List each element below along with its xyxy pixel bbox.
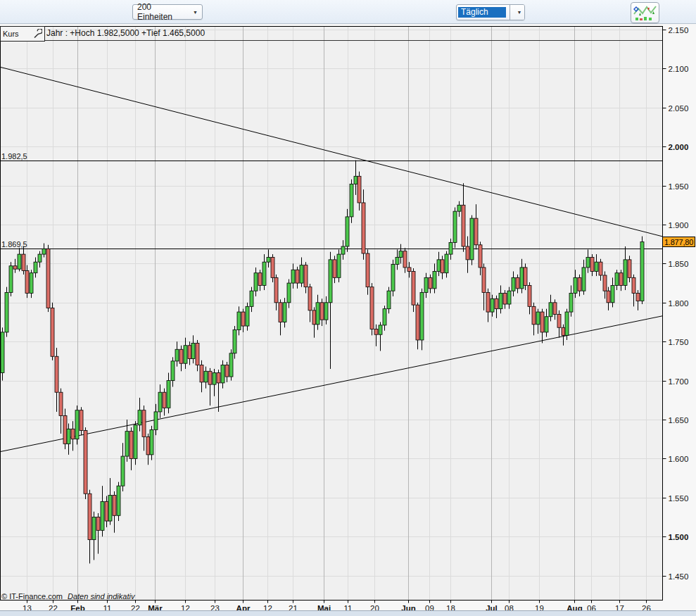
year-high-low-info: Jahr : +Hoch 1.982,5000 +Tief 1.465,5000 <box>46 28 205 38</box>
disclaimer-label: Daten sind indikativ <box>68 592 134 601</box>
bottom-panel-strip <box>0 610 696 616</box>
svg-text:1.800: 1.800 <box>669 299 689 308</box>
kurs-label: Kurs <box>3 30 19 38</box>
chevron-down-icon: ▼ <box>517 10 522 15</box>
svg-text:1.850: 1.850 <box>669 260 689 268</box>
svg-text:2.000: 2.000 <box>669 143 689 151</box>
period-dropdown[interactable]: Täglich ▼ <box>456 4 525 20</box>
svg-text:2.150: 2.150 <box>669 26 689 34</box>
units-dropdown-label: 200 Einheiten <box>137 2 189 22</box>
period-dropdown-value: Täglich <box>458 7 506 18</box>
wrench-icon[interactable] <box>33 29 42 39</box>
trading-app-window: 200 Einheiten ▼ Täglich ▼ 1.982,51.86 <box>0 0 696 616</box>
chevron-down-icon: ▼ <box>193 10 198 15</box>
svg-text:1.500: 1.500 <box>669 533 689 541</box>
units-dropdown[interactable]: 200 Einheiten ▼ <box>132 4 203 20</box>
svg-text:1.950: 1.950 <box>669 182 689 191</box>
copyright-label: © IT-Finance.com <box>1 592 63 601</box>
svg-text:1.750: 1.750 <box>669 338 689 346</box>
svg-text:2.050: 2.050 <box>669 104 689 113</box>
period-dropdown-arrow-button[interactable]: ▼ <box>510 5 524 20</box>
svg-text:2.100: 2.100 <box>669 65 689 73</box>
toolbar: 200 Einheiten ▼ Täglich ▼ <box>0 0 696 24</box>
svg-text:1.450: 1.450 <box>669 572 689 581</box>
svg-text:1.650: 1.650 <box>669 416 689 425</box>
svg-text:1.600: 1.600 <box>669 455 689 463</box>
kurs-indicator-box[interactable]: Kurs <box>0 26 45 42</box>
svg-text:1.982,5: 1.982,5 <box>1 152 27 161</box>
price-chart-canvas[interactable]: 1.982,51.869,52.1502.1002.0502.0001.9501… <box>0 24 696 616</box>
candlestick-chart-icon <box>633 4 657 21</box>
svg-text:1.900: 1.900 <box>669 221 689 230</box>
chart-type-button[interactable] <box>631 2 659 23</box>
svg-text:1.550: 1.550 <box>669 494 689 503</box>
svg-text:1.700: 1.700 <box>669 377 689 386</box>
last-price-badge: 1.877,80 <box>662 237 695 247</box>
